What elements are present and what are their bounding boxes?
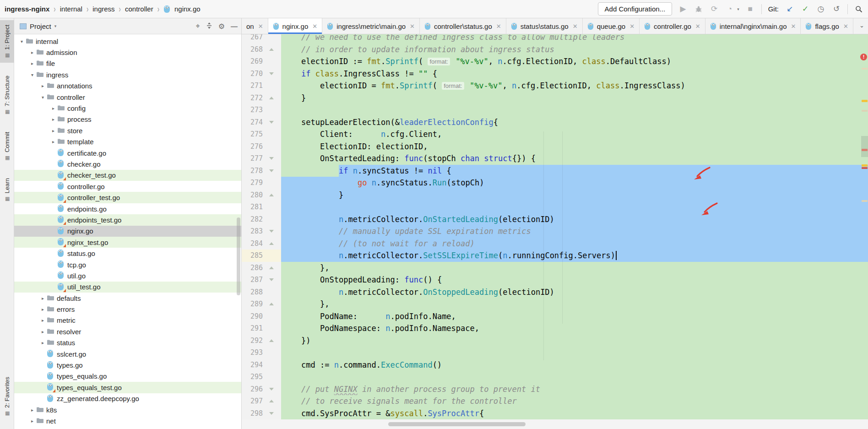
code-line-274[interactable]: 274setupLeaderElection(&leaderElectionCo… [242,116,868,129]
fold-marker-icon[interactable] [263,230,280,233]
run-options-caret-icon[interactable]: ▾ [737,7,739,11]
history-icon[interactable]: ◷ [816,4,825,14]
close-tab-icon[interactable]: ✕ [496,23,501,30]
tree-item-types-go[interactable]: types.go [14,359,241,370]
run-icon[interactable]: ▶ [678,4,688,14]
close-tab-icon[interactable]: ✕ [695,23,700,30]
editor-tab-queue-go[interactable]: queue.go✕ [583,18,640,34]
tree-item-certificate-go[interactable]: certificate.go [14,147,241,158]
tree-item-metric[interactable]: ▸metric [14,315,241,326]
stripe-mark[interactable] [862,110,868,112]
editor-tab-controller-go[interactable]: controller.go✕ [640,18,705,34]
git-commit-icon[interactable]: ✓ [801,4,810,14]
tree-item-store[interactable]: ▸store [14,125,241,136]
horizontal-scrollbar[interactable] [242,419,868,429]
locate-icon[interactable]: ⌖ [196,22,200,30]
git-update-icon[interactable]: ↙ [785,4,794,14]
breadcrumb-item[interactable]: internal [60,5,82,13]
tree-item-nginx-go[interactable]: nginx.go [14,226,241,237]
tool-window-button----project[interactable]: ▦1: Project [0,20,14,63]
collapse-all-icon[interactable] [206,22,212,30]
fold-marker-icon[interactable] [263,157,280,160]
code-line-288[interactable]: 288n.metricCollector.OnStoppedLeading(el… [242,286,868,299]
code-line-278[interactable]: 278if n.syncStatus != nil { [242,165,868,177]
chevron-expanded-icon[interactable]: ▾ [39,95,47,100]
project-panel-title[interactable]: Project [30,22,51,30]
editor-tab-internal-nginx-main-go[interactable]: internal\nginx\main.go✕ [705,18,801,34]
code-line-282[interactable]: 282n.metricCollector.OnStartedLeading(el… [242,213,868,226]
code-line-279[interactable]: 279go n.syncStatus.Run(stopCh) [242,177,868,189]
stripe-mark[interactable] [862,200,868,202]
chevron-collapsed-icon[interactable]: ▸ [28,418,36,424]
chevron-collapsed-icon[interactable]: ▸ [49,128,57,133]
add-configuration-button[interactable]: Add Configuration... [598,2,673,16]
tool-window-button-learn[interactable]: ▦Learn [4,174,11,206]
close-tab-icon[interactable]: ✕ [573,23,578,30]
chevron-collapsed-icon[interactable]: ▸ [39,340,47,345]
tree-item-checker-go[interactable]: checker.go [14,158,241,169]
editor-tab-status-status-go[interactable]: status\status.go✕ [506,18,583,34]
code-line-280[interactable]: 280} [242,189,868,201]
fold-marker-icon[interactable] [263,339,280,342]
code-editor[interactable]: 267// we need to use the defined ingress… [242,34,868,419]
code-line-268[interactable]: 268// in order to update information abo… [242,43,868,56]
breadcrumb-item[interactable]: ingress [92,5,114,13]
close-tab-icon[interactable]: ✕ [629,23,635,30]
tree-item-controller-test-go[interactable]: controller_test.go [14,192,241,203]
code-line-295[interactable]: 295 [242,371,868,383]
close-tab-icon[interactable]: ✕ [258,23,263,30]
rollback-icon[interactable]: ↺ [832,4,841,14]
fold-marker-icon[interactable] [263,121,280,124]
tree-item-nginx-test-go[interactable]: nginx_test.go [14,237,241,248]
fold-marker-icon[interactable] [263,412,280,415]
project-tree-scrollbar[interactable] [237,217,240,295]
stripe-mark[interactable] [862,100,868,102]
fold-marker-icon[interactable] [263,194,280,196]
close-tab-icon[interactable]: ✕ [312,23,317,30]
code-line-294[interactable]: 294cmd := n.command.ExecCommand() [242,359,868,371]
chevron-down-icon[interactable]: ▾ [54,24,57,28]
chevron-collapsed-icon[interactable]: ▸ [49,117,57,122]
code-line-297[interactable]: 297// to receive signals meant for the c… [242,395,868,407]
settings-icon[interactable]: ⚙ [218,22,225,31]
fold-marker-icon[interactable] [263,169,280,172]
fold-marker-icon[interactable] [263,278,280,281]
tree-item-zz-generated-deepcopy-go[interactable]: zz_generated.deepcopy.go [14,393,241,404]
editor-tab-controller-status-go[interactable]: controller\status.go✕ [420,18,506,34]
code-line-291[interactable]: 291PodNamespace: n.podInfo.Namespace, [242,322,868,335]
tree-item-template[interactable]: ▸template [14,136,241,147]
fold-marker-icon[interactable] [263,242,280,245]
fold-marker-icon[interactable] [263,388,280,391]
editor-tab-ingress-metric-main-go[interactable]: ingress\metric\main.go✕ [322,18,420,34]
fold-marker-icon[interactable] [263,72,280,75]
tree-item-controller-go[interactable]: controller.go [14,181,241,192]
chevron-collapsed-icon[interactable]: ▸ [39,329,47,334]
fold-marker-icon[interactable] [263,266,280,269]
code-line-272[interactable]: 272} [242,92,868,104]
tree-item-util-test-go[interactable]: util_test.go [14,282,241,293]
stripe-mark[interactable] [862,164,868,167]
fold-marker-icon[interactable] [263,400,280,402]
code-line-273[interactable]: 273 [242,104,868,116]
stop-icon[interactable]: ■ [746,5,755,14]
chevron-collapsed-icon[interactable]: ▸ [28,407,36,413]
debug-icon[interactable] [694,5,703,14]
fold-marker-icon[interactable] [263,303,280,305]
tree-item-status-go[interactable]: status.go [14,248,241,259]
tree-item-errors[interactable]: ▸errors [14,304,241,315]
search-everywhere-icon[interactable] [854,5,863,14]
code-line-284[interactable]: 284// (to not wait for a reload) [242,238,868,250]
code-line-293[interactable]: 293 [242,347,868,359]
tree-item-sslcert-go[interactable]: sslcert.go [14,348,241,359]
breadcrumb-item[interactable]: nginx.go [174,5,201,13]
close-tab-icon[interactable]: ✕ [843,23,848,30]
stripe-mark[interactable] [862,167,868,169]
tree-item-k8s[interactable]: ▸k8s [14,404,241,415]
tree-item-tcp-go[interactable]: tcp.go [14,259,241,270]
tool-window-button----favorites[interactable]: ▦2: Favorites [4,372,11,421]
tree-item-annotations[interactable]: ▸annotations [14,81,241,92]
editor-tab-nginx-go[interactable]: nginx.go✕ [268,18,323,34]
chevron-collapsed-icon[interactable]: ▸ [39,318,47,323]
tree-item-config[interactable]: ▸config [14,103,241,114]
tree-item-resolver[interactable]: ▸resolver [14,326,241,337]
